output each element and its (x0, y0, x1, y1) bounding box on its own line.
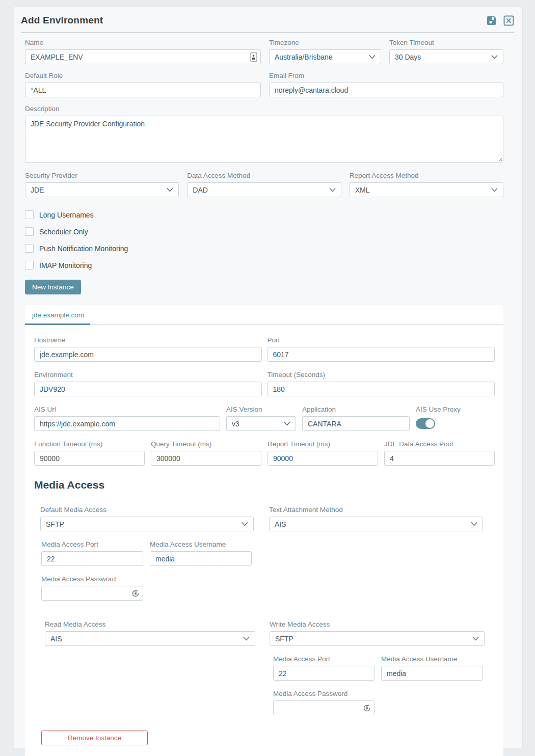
tab-jde-example-com[interactable]: jde.example.com (25, 305, 90, 325)
password-generate-icon[interactable] (363, 704, 371, 712)
chevron-down-icon (491, 187, 498, 192)
timezone-select[interactable]: Australia/Brisbane (269, 49, 381, 64)
page-title: Add Environment (21, 15, 103, 26)
new-instance-button[interactable]: New Instance (25, 280, 81, 294)
token-timeout-value: 30 Days (395, 53, 421, 61)
checkbox-push-notification-monitoring[interactable]: Push Notification Monitoring (25, 244, 503, 253)
data-access-method-select[interactable]: DAD (187, 182, 341, 197)
chevron-down-icon (284, 421, 290, 426)
default-media-access-label: Default Media Access (40, 505, 254, 514)
instance-tabbar: jde.example.com (25, 305, 503, 325)
ais-use-proxy-toggle[interactable] (416, 418, 435, 429)
text-attachment-method-label: Text Attachment Method (269, 505, 483, 514)
name-label: Name (25, 38, 261, 47)
security-provider-select[interactable]: JDE (25, 182, 179, 197)
instance-panel: jde.example.com Hostname Port Environmen (25, 305, 503, 756)
checkbox-box[interactable] (25, 210, 34, 219)
toggle-knob (425, 419, 434, 428)
port-input[interactable] (268, 347, 495, 362)
media-access-port-label: Media Access Port (41, 540, 143, 549)
options-checklist: Long Usernames Scheduler Only Push Notif… (25, 210, 503, 269)
default-role-input[interactable] (25, 83, 261, 97)
checkbox-label: IMAP Monitoring (39, 261, 92, 269)
query-timeout-label: Query Timeout (ms) (151, 440, 261, 448)
jde-data-access-pool-label: JDE Data Access Pool (384, 440, 495, 448)
password-generate-icon[interactable] (131, 589, 140, 598)
instance-panel-body: Hostname Port Environment Timeout (Secon (25, 325, 503, 756)
media-access-block: Default Media Access SFTP Text Attachmen… (34, 505, 495, 745)
report-timeout-input[interactable] (268, 451, 378, 466)
chevron-down-icon (243, 636, 250, 641)
data-access-method-label: Data Access Method (187, 171, 341, 180)
media-access-heading: Media Access (34, 479, 495, 491)
card-header: Add Environment (21, 15, 514, 26)
data-access-method-value: DAD (193, 186, 208, 194)
read-media-access-select[interactable]: AIS (45, 631, 255, 646)
report-access-method-select[interactable]: XML (350, 182, 503, 197)
token-timeout-select[interactable]: 30 Days (389, 49, 503, 64)
ais-version-value: v3 (232, 420, 239, 428)
report-access-method-value: XML (355, 186, 370, 194)
write-media-access-select[interactable]: SFTP (270, 631, 485, 646)
write-media-access-label: Write Media Access (270, 620, 485, 629)
query-timeout-input[interactable] (151, 451, 261, 466)
checkbox-scheduler-only[interactable]: Scheduler Only (25, 227, 503, 236)
security-provider-label: Security Provider (25, 171, 179, 180)
description-label: Description (25, 104, 503, 113)
checkbox-long-usernames[interactable]: Long Usernames (25, 210, 503, 219)
media-access-username-label: Media Access Username (150, 540, 252, 549)
text-attachment-method-select[interactable]: AIS (269, 517, 483, 531)
default-media-access-select[interactable]: SFTP (40, 517, 254, 531)
chevron-down-icon (242, 522, 248, 526)
default-role-label: Default Role (25, 71, 261, 80)
close-icon[interactable] (503, 15, 514, 26)
add-environment-card: Add Environment Name (14, 6, 523, 749)
write-media-access-value: SFTP (275, 635, 293, 643)
write-media-access-username-input[interactable] (381, 666, 483, 681)
write-media-access-port-input[interactable] (273, 666, 374, 681)
media-access-username-input[interactable] (150, 551, 252, 566)
header-divider (21, 32, 514, 33)
autofill-extension-icon[interactable] (250, 52, 257, 62)
checkbox-label: Scheduler Only (39, 228, 88, 236)
write-media-access-password-label: Media Access Password (273, 689, 374, 698)
checkbox-box[interactable] (25, 244, 34, 253)
hostname-input[interactable] (34, 347, 262, 362)
environment-input[interactable] (34, 382, 262, 396)
chevron-down-icon (369, 55, 376, 59)
checkbox-box[interactable] (25, 261, 34, 269)
ais-url-input[interactable] (34, 416, 220, 431)
write-media-access-port-label: Media Access Port (273, 655, 374, 663)
function-timeout-input[interactable] (34, 451, 145, 466)
email-from-input[interactable] (269, 83, 503, 97)
report-timeout-label: Report Timeout (ms) (268, 440, 378, 448)
media-access-port-input[interactable] (41, 551, 143, 566)
read-media-access-label: Read Media Access (45, 620, 255, 629)
name-input[interactable] (25, 49, 261, 64)
environment-label: Environment (34, 370, 262, 379)
application-input[interactable] (302, 416, 410, 431)
checkbox-box[interactable] (25, 227, 34, 236)
port-label: Port (268, 336, 495, 344)
media-access-password-input[interactable] (41, 586, 143, 601)
timezone-value: Australia/Brisbane (275, 53, 333, 61)
checkbox-imap-monitoring[interactable]: IMAP Monitoring (25, 261, 503, 269)
timezone-label: Timezone (269, 38, 381, 47)
write-media-access-password-input[interactable] (273, 700, 374, 715)
chevron-down-icon (491, 55, 498, 59)
jde-data-access-pool-input[interactable] (384, 451, 495, 466)
media-access-password-label: Media Access Password (41, 575, 143, 583)
report-access-method-label: Report Access Method (350, 171, 503, 180)
checkbox-label: Push Notification Monitoring (39, 245, 128, 253)
save-icon[interactable] (486, 15, 497, 26)
timeout-seconds-input[interactable] (268, 382, 495, 396)
header-actions (486, 15, 514, 26)
text-attachment-method-value: AIS (275, 520, 286, 528)
ais-version-label: AIS Version (226, 405, 296, 414)
remove-instance-button[interactable]: Remove Instance (41, 731, 148, 745)
ais-version-select[interactable]: v3 (226, 416, 296, 431)
description-textarea[interactable]: JDE Security Provider Configuration (25, 116, 503, 163)
write-media-access-username-label: Media Access Username (381, 655, 483, 663)
chevron-down-icon (472, 636, 479, 641)
environment-form: Name Timezone Australia/Brisbane (25, 38, 503, 756)
